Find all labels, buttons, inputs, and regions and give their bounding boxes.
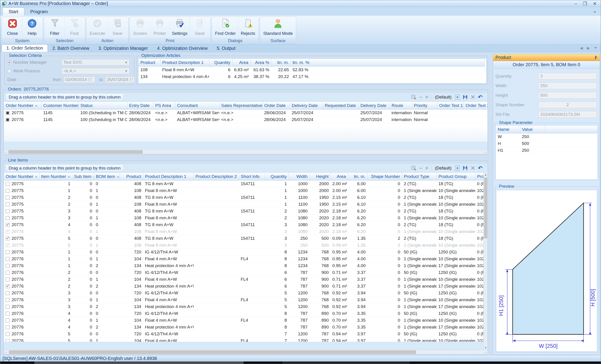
preset-dropdown-icon[interactable]: ▾: [455, 94, 460, 100]
column-chooser-icon[interactable]: [411, 94, 417, 100]
help-button[interactable]: ? Help: [22, 17, 42, 37]
tab-batch-overview[interactable]: 2. Batch Overview: [48, 45, 94, 52]
row-checkbox[interactable]: [6, 182, 10, 186]
remove-row-icon[interactable]: −: [419, 95, 422, 100]
calendar-icon[interactable]: [88, 78, 92, 81]
column-header[interactable]: Product: [120, 173, 143, 180]
column-header[interactable]: Entry Date: [127, 102, 153, 110]
save-layout-icon[interactable]: [462, 165, 468, 171]
column-header[interactable]: lin. m.: [271, 59, 291, 66]
column-header[interactable]: Requested Date: [323, 102, 359, 110]
row-checkbox[interactable]: [6, 298, 10, 302]
column-header[interactable]: [309, 59, 484, 66]
row-checkbox[interactable]: [6, 257, 10, 261]
table-row[interactable]: 20775400408TG 8 mm A+W1547113108020202.1…: [4, 221, 483, 228]
preset-dropdown-icon[interactable]: ▾: [455, 165, 460, 171]
rejects-button[interactable]: Rejects: [238, 17, 258, 37]
column-header[interactable]: lin. m. %: [291, 59, 309, 66]
row-checkbox[interactable]: [6, 237, 10, 241]
tab-scroll-right-icon[interactable]: ▶: [587, 46, 590, 51]
column-header[interactable]: Order Date: [262, 102, 290, 110]
column-header[interactable]: Item Number: [39, 173, 72, 180]
row-checkbox[interactable]: [6, 230, 10, 234]
column-header[interactable]: Delivery Date: [359, 102, 390, 110]
table-row[interactable]: 20776202134Heat protection 4 mm A+W67879…: [4, 283, 483, 290]
number-manager-radio[interactable]: [7, 61, 11, 64]
column-header[interactable]: Order Text 1: [437, 102, 464, 110]
table-row[interactable]: 20776400720IG 4/12/Th4 A+W87878900.70 m²…: [4, 310, 483, 317]
table-row[interactable]: 20776100720IG 4/12/Th4 A+W812347680.95 m…: [4, 249, 483, 255]
table-row[interactable]: 20776102134Heat protection 4 mm A+W81234…: [4, 262, 483, 269]
calendar-icon[interactable]: [130, 78, 133, 81]
table-row[interactable]: 20776501104Float 4 mm A+WFL4712007870.94…: [4, 337, 483, 342]
column-header[interactable]: Area %: [250, 59, 271, 66]
orders-hscrollbar[interactable]: ‹›: [4, 150, 488, 154]
column-chooser-icon[interactable]: [411, 165, 417, 171]
row-checkbox[interactable]: [6, 223, 10, 227]
add-row-icon[interactable]: +: [425, 166, 428, 171]
work-process-radio[interactable]: [7, 69, 11, 73]
line-items-vscrollbar[interactable]: ▲▼: [483, 172, 488, 350]
work-process-select[interactable]: <k.A.> ▼: [61, 68, 130, 74]
table-row[interactable]: 20775100408TG 8 mm A+W1547111100020002.0…: [4, 180, 483, 187]
column-header[interactable]: Product: [139, 59, 160, 66]
table-row[interactable]: 20776201104Float 4 mm A+WFL467879000.71 …: [4, 276, 483, 283]
column-header[interactable]: Product Group: [437, 173, 475, 180]
column-header[interactable]: Sales Representative: [219, 102, 262, 110]
close-window-button[interactable]: ✕: [593, 1, 597, 6]
date-to-input[interactable]: 25/07/2024: [105, 76, 135, 83]
row-checkbox[interactable]: [6, 202, 10, 206]
width-field[interactable]: 250: [538, 82, 597, 89]
number-manager-select[interactable]: Test SVO ▼: [61, 59, 130, 66]
column-header[interactable]: Height: [309, 173, 331, 180]
date-from-input[interactable]: 02/09/2014: [64, 76, 95, 83]
row-checkbox[interactable]: [6, 278, 10, 282]
row-checkbox[interactable]: [6, 305, 10, 309]
column-header[interactable]: Order Text 2: [464, 102, 488, 110]
table-row[interactable]: 20775500408TG 8 mm A+W15471132505000.09 …: [4, 235, 483, 242]
column-header[interactable]: [545, 126, 597, 133]
tab-scroll-left-icon[interactable]: ◀: [580, 46, 583, 51]
table-row[interactable]: W250: [496, 133, 597, 140]
tab-list-icon[interactable]: ⏷: [594, 46, 597, 51]
column-header[interactable]: Area: [331, 173, 348, 180]
column-header[interactable]: BOM item: [94, 173, 120, 180]
column-header[interactable]: Customer Number: [41, 102, 79, 110]
row-checkbox[interactable]: [6, 243, 10, 247]
column-header[interactable]: Order Number: [4, 173, 39, 180]
row-checkbox[interactable]: [6, 291, 10, 295]
tab-optimization-manager[interactable]: 3. Optimization Manager: [94, 45, 153, 52]
table-row[interactable]: 20776301104Float 4 mm A+WFL4512007680.92…: [4, 296, 483, 303]
column-header[interactable]: Status: [79, 102, 127, 110]
row-checkbox[interactable]: [6, 312, 10, 315]
table-row[interactable]: 20776401104Float 4 mm A+WFL487878900.70 …: [4, 317, 483, 324]
undo-icon[interactable]: ↶: [478, 166, 482, 171]
column-header[interactable]: Consultant: [175, 102, 219, 110]
quantity-field[interactable]: 3: [538, 73, 597, 80]
table-row[interactable]: 20776302134Heat protection 4 mm A+W51200…: [4, 303, 483, 310]
height-field[interactable]: 500: [538, 92, 597, 99]
table-row[interactable]: 20775200408TG 8 mm A+W1547111110019502.1…: [4, 194, 483, 201]
ribbon-tab-program[interactable]: Program: [24, 8, 54, 16]
row-checkbox[interactable]: [6, 264, 10, 268]
row-checkbox[interactable]: [6, 118, 10, 122]
tab-order-selection[interactable]: 1. Order Selection: [2, 44, 48, 52]
line-items-hscrollbar[interactable]: ‹›: [4, 350, 488, 354]
column-header[interactable]: Route: [390, 102, 412, 110]
close-button[interactable]: Close: [3, 17, 22, 37]
row-checkbox[interactable]: [6, 325, 10, 329]
row-checkbox[interactable]: [6, 189, 10, 193]
column-header[interactable]: Sub Item: [72, 173, 94, 180]
table-row[interactable]: H1250: [496, 147, 597, 154]
ribbon-tab-start[interactable]: Start: [2, 8, 24, 16]
column-header[interactable]: Priority: [412, 102, 437, 110]
table-row[interactable]: 20776500720IG 4/12/Th4 A+W712007870.94 m…: [4, 331, 483, 337]
table-row[interactable]: 108Float 8 mm A+W66.83 m²61.63 %22.6552.…: [139, 66, 484, 73]
column-header[interactable]: Procurer: [475, 173, 483, 180]
row-checkbox[interactable]: [6, 196, 10, 200]
settings-button[interactable]: Settings: [170, 17, 190, 37]
table-row[interactable]: 20776200720IG 4/12/Th4 A+W67879000.71 m²…: [4, 269, 483, 276]
table-row[interactable]: 134Heat protection 4 mm A+W64.25 m²38.37…: [139, 73, 484, 80]
table-row[interactable]: 20776402134Heat protection 4 mm A+W87878…: [4, 324, 483, 331]
column-header[interactable]: Product Description 1: [143, 173, 194, 180]
